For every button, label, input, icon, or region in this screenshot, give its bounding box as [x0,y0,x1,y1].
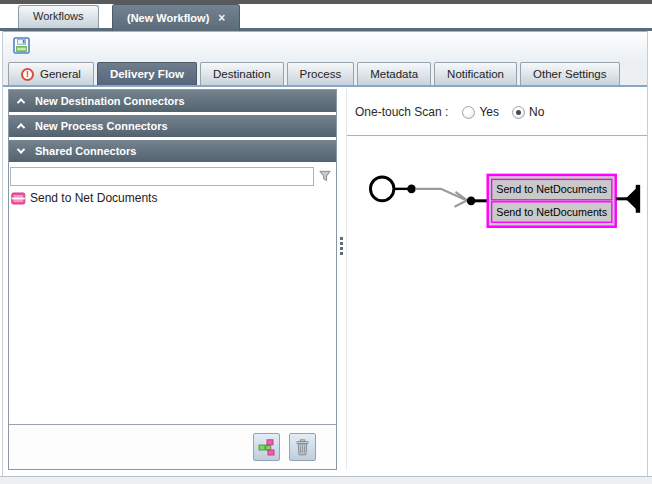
funnel-icon [318,169,332,183]
tab-process-label: Process [300,68,342,80]
save-button[interactable] [11,36,31,56]
tab-process[interactable]: Process [287,62,355,85]
connector-dot[interactable] [407,184,416,193]
list-item-label: Send to Net Documents [30,191,157,205]
workflow-canvas[interactable]: Send to NetDocuments Send to NetDocument… [347,137,647,470]
connector-dot[interactable] [467,196,476,205]
accordion-shared-connectors[interactable]: Shared Connectors [9,140,336,162]
one-touch-scan-label: One-touch Scan : [355,105,448,119]
close-tab-icon[interactable]: × [218,12,225,24]
tab-metadata-label: Metadata [370,68,418,80]
filter-button[interactable] [314,166,335,186]
tab-other-settings[interactable]: Other Settings [520,62,620,85]
section-tab-row: ! General Delivery Flow Destination Proc… [3,59,647,87]
connector-panel: New Destination Connectors New Process C… [8,89,337,470]
trash-icon [295,439,310,456]
tab-delivery-flow-label: Delivery Flow [110,68,184,80]
accordion-new-process-connectors[interactable]: New Process Connectors [9,115,336,137]
panel-splitter[interactable] [337,89,346,470]
tab-destination[interactable]: Destination [200,62,284,85]
start-node[interactable] [370,177,393,201]
editor-toolbar [3,31,647,59]
tab-other-settings-label: Other Settings [533,68,607,80]
tab-delivery-flow[interactable]: Delivery Flow [97,62,197,85]
tab-workflows-label: Workflows [33,10,84,22]
window-tab-strip: Workflows (New Workflow) × [0,4,652,31]
tab-general[interactable]: ! General [8,62,94,85]
accordion-label: New Destination Connectors [35,95,185,107]
editor-frame: ! General Delivery Flow Destination Proc… [2,31,648,476]
flow-panel: One-touch Scan : Yes No [346,89,647,470]
tab-new-workflow-label: (New Workflow) [127,8,209,29]
end-terminal-icon[interactable] [626,188,637,209]
save-icon [13,37,30,54]
connector-branch-icon [258,439,275,456]
tab-notification[interactable]: Notification [434,62,517,85]
connector-node-icon [11,192,26,205]
radio-option-no[interactable]: No [512,105,544,119]
chevron-up-icon [17,98,25,106]
connector-panel-footer [9,424,336,469]
shared-connector-list: Send to Net Documents [9,187,336,424]
tab-destination-label: Destination [213,68,271,80]
workflow-diagram: Send to NetDocuments Send to NetDocument… [347,137,647,470]
tab-notification-label: Notification [447,68,504,80]
chevron-down-icon [17,145,25,153]
tab-workflows[interactable]: Workflows [18,5,99,28]
accordion-label: New Process Connectors [35,120,168,132]
accordion-label: Shared Connectors [35,145,136,157]
radio-no-label: No [529,105,544,119]
task-step-1-label: Send to NetDocuments [496,183,608,195]
tab-metadata[interactable]: Metadata [357,62,431,85]
radio-yes[interactable] [462,106,475,119]
warning-icon: ! [21,68,34,81]
chevron-up-icon [17,123,25,131]
workflow-editor-window: { "window_tabs": { "items": [ { "label":… [0,0,652,484]
accordion-new-destination-connectors[interactable]: New Destination Connectors [9,90,336,112]
list-item-send-to-net-documents[interactable]: Send to Net Documents [9,190,336,206]
tab-new-workflow[interactable]: (New Workflow) × [112,4,240,31]
flow-arrowhead-icon [454,192,467,207]
bottom-strip [0,476,652,484]
delivery-flow-content: New Destination Connectors New Process C… [3,89,647,470]
radio-no[interactable] [512,106,525,119]
radio-yes-label: Yes [479,105,499,119]
delete-connector-button[interactable] [289,433,316,461]
connector-filter-row [9,165,336,187]
connector-filter-input[interactable] [10,167,314,186]
share-connector-button[interactable] [253,433,280,461]
splitter-grip-icon [340,237,343,255]
radio-option-yes[interactable]: Yes [462,105,499,119]
tab-general-label: General [40,68,81,80]
end-terminal-bar [636,185,640,213]
one-touch-scan-row: One-touch Scan : Yes No [347,89,647,135]
task-step-2-label: Send to NetDocuments [496,206,608,218]
